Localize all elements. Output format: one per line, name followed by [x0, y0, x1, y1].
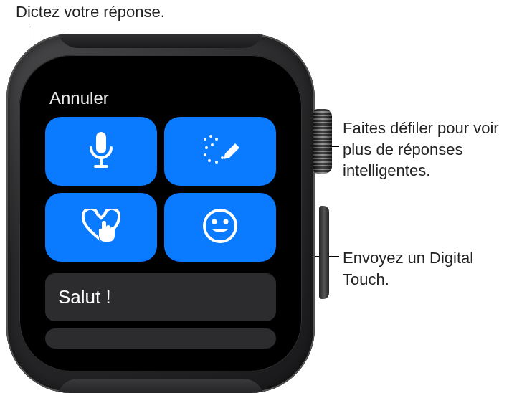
digital-touch-button[interactable] — [45, 193, 157, 262]
svg-point-3 — [204, 138, 206, 141]
scribble-icon — [199, 132, 241, 171]
smart-reply-text: Salut ! — [58, 286, 111, 308]
smart-reply-item[interactable]: Salut ! — [45, 273, 276, 321]
svg-rect-1 — [100, 158, 103, 165]
svg-point-8 — [204, 153, 206, 156]
emoji-button[interactable] — [164, 193, 276, 262]
callout-digital-touch-text: Envoyez un Digital Touch. — [343, 249, 473, 288]
reply-action-grid — [35, 114, 286, 269]
scribble-button[interactable] — [164, 117, 276, 186]
watch-screen: Annuler — [35, 75, 286, 369]
smart-replies-list[interactable]: Salut ! — [35, 269, 286, 349]
callout-scroll-text: Faites défiler pour voir plus de réponse… — [343, 119, 499, 179]
svg-point-9 — [208, 159, 211, 162]
cancel-label: Annuler — [49, 88, 109, 108]
dictate-button[interactable] — [45, 117, 157, 186]
microphone-icon — [87, 131, 115, 172]
digital-crown[interactable] — [313, 109, 332, 174]
callout-digital-touch: Envoyez un Digital Touch. — [343, 247, 508, 290]
svg-point-10 — [215, 161, 218, 164]
svg-point-13 — [204, 210, 236, 242]
cancel-button[interactable]: Annuler — [35, 75, 286, 114]
callout-scroll: Faites défiler pour voir plus de réponse… — [343, 118, 522, 181]
svg-point-11 — [221, 156, 224, 159]
svg-point-15 — [224, 219, 229, 224]
svg-point-14 — [212, 219, 217, 224]
digital-touch-icon — [82, 209, 120, 246]
callout-dictate: Dictez votre réponse. — [16, 1, 165, 23]
apple-watch-device: Annuler — [6, 34, 331, 393]
side-button[interactable] — [319, 206, 329, 299]
callout-dictate-text: Dictez votre réponse. — [16, 3, 165, 21]
svg-point-5 — [215, 138, 218, 141]
svg-rect-0 — [96, 132, 106, 153]
smart-reply-item[interactable] — [45, 328, 276, 349]
emoji-icon — [202, 208, 238, 247]
svg-point-6 — [211, 143, 214, 146]
svg-rect-2 — [94, 165, 108, 168]
svg-point-4 — [209, 135, 212, 138]
svg-point-7 — [205, 146, 208, 149]
